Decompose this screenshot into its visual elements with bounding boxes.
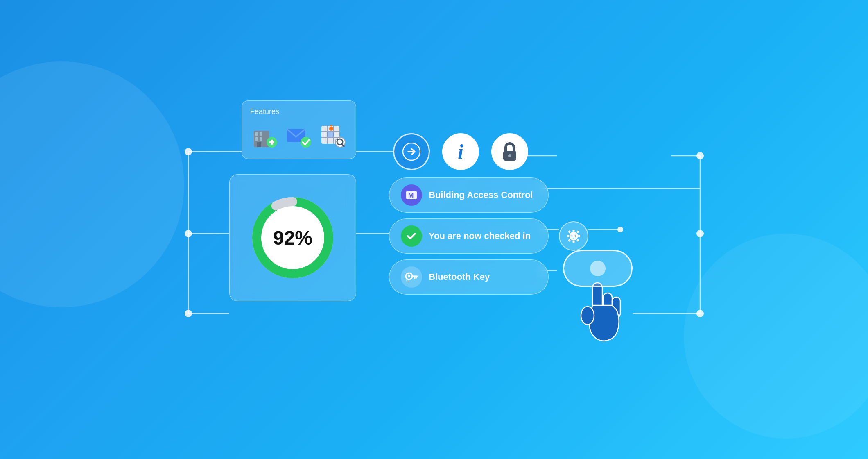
svg-point-14: [617, 227, 623, 232]
svg-rect-26: [255, 137, 258, 141]
svg-point-16: [696, 310, 704, 317]
svg-text:bt: bt: [406, 279, 410, 283]
svg-point-4: [185, 230, 192, 237]
svg-point-9: [696, 152, 704, 159]
building-access-label: Building Access Control: [429, 190, 533, 200]
checked-in-label: You are now checked in: [429, 231, 531, 241]
features-icons-row: [250, 121, 348, 150]
tap-button-area[interactable]: [563, 250, 633, 346]
gear-svg: [566, 228, 581, 244]
gear-icon[interactable]: [559, 221, 588, 251]
svg-rect-64: [578, 235, 580, 237]
svg-rect-28: [257, 142, 261, 147]
svg-point-47: [508, 154, 511, 157]
svg-rect-62: [573, 241, 575, 243]
svg-rect-24: [255, 132, 258, 136]
svg-text:M: M: [408, 192, 414, 199]
lock-circle-icon[interactable]: [491, 133, 528, 170]
svg-rect-61: [573, 230, 575, 232]
map-search-icon: [319, 121, 348, 150]
main-scene: Features: [147, 76, 721, 383]
bluetooth-key-pill[interactable]: bt Bluetooth Key: [389, 259, 549, 295]
svg-rect-25: [260, 132, 262, 136]
checked-in-pill[interactable]: You are now checked in: [389, 218, 549, 254]
svg-point-10: [696, 230, 704, 237]
svg-rect-63: [567, 235, 569, 237]
svg-point-74: [581, 307, 594, 325]
checked-in-icon: [401, 225, 422, 247]
building-plus-icon: [250, 121, 279, 150]
svg-point-55: [408, 275, 410, 277]
donut-chart: 92%: [248, 193, 338, 283]
svg-point-3: [185, 148, 192, 155]
svg-rect-27: [260, 137, 262, 141]
svg-point-43: [329, 127, 333, 131]
building-access-icon: M: [401, 184, 422, 206]
svg-point-70: [572, 234, 576, 238]
tap-dot: [590, 261, 606, 276]
info-symbol: i: [458, 140, 463, 164]
arrow-circle-icon[interactable]: [393, 133, 430, 170]
features-card: Features: [242, 100, 356, 159]
svg-rect-39: [327, 132, 334, 137]
mail-check-icon: [284, 121, 313, 150]
info-circle-icon[interactable]: i: [442, 133, 479, 170]
svg-point-19: [185, 310, 192, 317]
bluetooth-key-label: Bluetooth Key: [429, 272, 490, 282]
features-label: Features: [250, 107, 348, 116]
gauge-percentage-label: 92%: [273, 227, 312, 249]
bluetooth-key-icon: bt: [401, 266, 422, 288]
hand-pointer-icon: [571, 279, 624, 346]
tap-oval[interactable]: [563, 250, 633, 287]
building-access-pill[interactable]: M Building Access Control: [389, 177, 549, 213]
svg-rect-31: [269, 141, 274, 143]
gauge-card: 92%: [229, 174, 356, 301]
